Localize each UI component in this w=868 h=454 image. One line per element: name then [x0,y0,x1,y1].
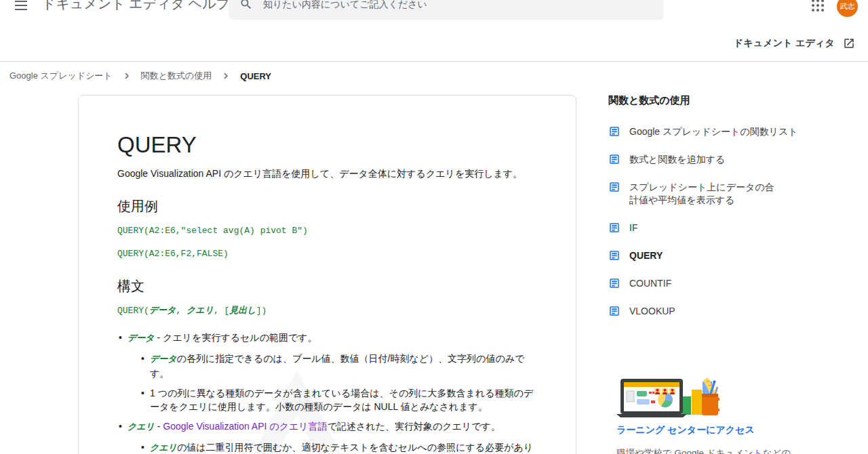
learning-center-illustration [616,376,719,418]
article-icon [608,153,620,165]
syntax-heading: 構文 [117,278,537,294]
sidebar-item-countif[interactable]: COUNTIF [608,277,798,290]
article-icon [608,277,620,289]
article-card: QUERY Google Visualization API のクエリ言語を使用… [78,95,576,454]
search-icon [239,0,253,11]
sidebar-item-add-formulas[interactable]: 数式と関数を追加する [608,153,798,166]
related-articles-sidebar: 関数と数式の使用 Google スプレッドシートの関数リスト 数式と関数を追加す… [608,94,798,333]
main-menu-icon[interactable] [15,1,27,12]
list-item: データの各列に指定できるのは、ブール値、数値（日付/時刻など）、文字列の値のみで… [140,352,537,380]
search-input[interactable] [262,0,644,10]
sidebar-item-if[interactable]: IF [608,222,798,234]
example-code: QUERY(A2:E6,"select avg(A) pivot B") [117,225,537,237]
breadcrumb-item-functions[interactable]: 関数と数式の使用 [141,70,212,82]
list-item: データ - クエリを実行するセルの範囲です。 データの各列に指定できるのは、ブー… [117,331,537,413]
syntax-code: QUERY(データ, クエリ, [見出し]) [117,305,537,317]
breadcrumb-item-sheets[interactable]: Google スプレッドシート [9,70,113,82]
chevron-right-icon [220,70,232,82]
list-item: 1 つの列に異なる種類のデータが含まれている場合は、その列に大多数含まれる種類の… [140,386,537,413]
article-icon [608,181,620,193]
example-code: QUERY(A2:E6,F2,FALSE) [117,248,537,260]
sidebar-item-vlookup[interactable]: VLOOKUP [608,305,798,318]
google-apps-icon[interactable] [812,0,824,12]
search-bar[interactable] [229,0,664,20]
article-icon [608,222,620,234]
breadcrumb: Google スプレッドシート 関数と数式の使用 QUERY [9,70,271,82]
query-language-link[interactable]: Google Visualization API のクエリ言語 [163,421,327,432]
app-title[interactable]: ドキュメント エディタ ヘルプ [42,0,230,12]
breadcrumb-item-current: QUERY [240,71,271,81]
argument-list: データ - クエリを実行するセルの範囲です。 データの各列に指定できるのは、ブー… [117,331,537,454]
product-link[interactable]: ドキュメント エディタ [734,37,855,49]
list-item: クエリの値は二重引用符で囲むか、適切なテキストを含むセルへの参照にする必要があり… [140,440,537,454]
learning-center-promo: ラーニング センターにアクセス 職場や学校で Google ドキュメントなどの … [616,376,801,454]
product-link-label: ドキュメント エディタ [734,37,835,49]
article-icon [608,305,620,317]
sidebar-heading: 関数と数式の使用 [608,94,798,107]
function-description: Google Visualization API のクエリ言語を使用して、データ… [117,167,537,180]
open-in-new-icon [843,37,855,49]
chevron-right-icon [121,70,133,82]
article-icon [608,125,620,138]
learning-center-link[interactable]: ラーニング センターにアクセス [616,424,801,436]
sidebar-item-totals-averages[interactable]: スプレッドシート上にデータの合計値や平均値を表示する [608,181,798,207]
avatar[interactable]: 武志 [837,0,858,17]
page-title: QUERY [117,132,537,158]
learning-center-blurb: 職場や学校で Google ドキュメントなどの Google のサービスを利用し… [616,447,794,454]
article-icon [608,249,620,262]
usage-heading: 使用例 [117,198,537,214]
sidebar-item-query[interactable]: QUERY [608,249,798,262]
list-item: クエリ - Google Visualization API のクエリ言語で記述… [117,419,537,454]
header-divider [0,61,868,62]
sidebar-item-function-list[interactable]: Google スプレッドシートの関数リスト [608,125,798,138]
